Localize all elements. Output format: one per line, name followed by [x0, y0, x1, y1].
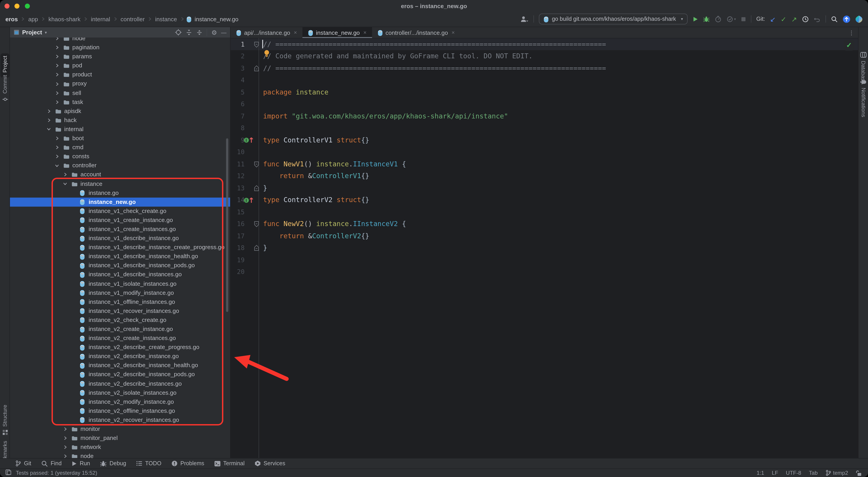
chevron-right-icon[interactable] — [62, 445, 68, 450]
tree-folder-account[interactable]: account — [10, 170, 230, 179]
expand-all-button[interactable] — [186, 29, 192, 35]
chevron-right-icon[interactable] — [54, 72, 60, 77]
collapse-all-button[interactable] — [196, 29, 203, 35]
tree-folder-params[interactable]: params — [10, 52, 230, 61]
status-encoding[interactable]: UTF-8 — [786, 470, 801, 476]
close-icon[interactable]: × — [364, 29, 367, 36]
project-scrollbar-thumb[interactable] — [226, 138, 228, 312]
editor-tab-api/.../instance.go[interactable]: api/.../instance.go× — [230, 27, 303, 38]
close-icon[interactable]: × — [452, 29, 455, 36]
history-icon[interactable] — [802, 16, 809, 22]
hide-panel-icon[interactable]: — — [221, 29, 226, 35]
intention-bulb-icon[interactable] — [264, 48, 270, 60]
tree-file-instance_v2_describe_create_progress.go[interactable]: instance_v2_describe_create_progress.go — [10, 343, 230, 352]
toolwindow-button-run[interactable]: Run — [72, 460, 90, 467]
chevron-right-icon[interactable] — [54, 82, 60, 86]
tree-folder-consts[interactable]: consts — [10, 152, 230, 161]
code-line-18[interactable]: 18} — [230, 242, 858, 254]
tree-folder-network[interactable]: network — [10, 443, 230, 452]
profiler-button-icon[interactable] — [715, 16, 721, 22]
tree-folder-instance[interactable]: instance — [10, 179, 230, 188]
code-line-19[interactable]: 19 — [230, 254, 858, 266]
stripe-button-project[interactable]: Project — [2, 56, 8, 76]
chevron-down-icon[interactable] — [62, 182, 68, 186]
chevron-right-icon[interactable] — [62, 427, 68, 431]
status-message[interactable]: Tests passed: 1 (yesterday 15:52) — [16, 470, 97, 476]
fold-region-start-icon[interactable] — [254, 158, 259, 170]
tree-folder-hack[interactable]: hack — [10, 116, 230, 125]
tree-file-instance_v2_isolate_instances.go[interactable]: instance_v2_isolate_instances.go — [10, 388, 230, 397]
code-line-12[interactable]: 12 return &ControllerV1{} — [230, 170, 858, 182]
toolwindow-button-debug[interactable]: Debug — [100, 460, 126, 467]
status-line-ending[interactable]: LF — [772, 470, 778, 476]
tree-file-instance.go[interactable]: instance.go — [10, 188, 230, 197]
toolwindow-button-services[interactable]: Services — [254, 460, 285, 467]
inspection-status-widget[interactable]: ✓ — [844, 40, 855, 51]
status-caret-position[interactable]: 1:1 — [756, 470, 764, 476]
stop-button-icon[interactable] — [741, 17, 746, 22]
update-available-icon[interactable] — [843, 15, 850, 23]
code-line-13[interactable]: 13} — [230, 182, 858, 194]
toolwindow-button-find[interactable]: Find — [41, 460, 62, 467]
code-line-2[interactable]: 2// Code generated and maintained by GoF… — [230, 51, 858, 62]
tree-file-instance_v1_check_create.go[interactable]: instance_v1_check_create.go — [10, 207, 230, 216]
stripe-button-structure[interactable]: Structure — [2, 405, 8, 435]
code-line-5[interactable]: 5package instance — [230, 86, 858, 98]
search-everywhere-icon[interactable] — [831, 16, 838, 22]
code-line-16[interactable]: 16func NewV2() instance.IInstanceV2 { — [230, 218, 858, 230]
code-line-20[interactable]: 20 — [230, 266, 858, 278]
code-line-11[interactable]: 11func NewV1() instance.IInstanceV1 { — [230, 158, 858, 170]
chevron-right-icon[interactable] — [54, 136, 60, 141]
chevron-right-icon[interactable] — [54, 145, 60, 150]
tree-folder-internal[interactable]: internal — [10, 125, 230, 134]
toolwindow-button-git[interactable]: Git — [16, 460, 31, 467]
tree-file-instance_v2_modify_instance.go[interactable]: instance_v2_modify_instance.go — [10, 397, 230, 407]
tree-file-instance_v1_create_instance.go[interactable]: instance_v1_create_instance.go — [10, 216, 230, 225]
toolwindow-button-todo[interactable]: TODO — [136, 460, 161, 467]
chevron-right-icon[interactable] — [54, 45, 60, 50]
breadcrumb-item[interactable]: app — [27, 16, 39, 22]
chevron-down-icon[interactable] — [54, 164, 60, 168]
tree-file-instance_new.go[interactable]: instance_new.go — [10, 197, 230, 206]
ai-assistant-icon[interactable] — [855, 15, 863, 23]
fold-region-start-icon[interactable] — [254, 38, 259, 51]
chevron-right-icon[interactable] — [54, 37, 60, 41]
code-line-10[interactable]: 10 — [230, 146, 858, 158]
tree-file-instance_v1_describe_instance_pods.go[interactable]: instance_v1_describe_instance_pods.go — [10, 261, 230, 270]
tree-file-instance_v1_isolate_instances.go[interactable]: instance_v1_isolate_instances.go — [10, 279, 230, 288]
tree-folder-pod[interactable]: pod — [10, 61, 230, 70]
editor-tab-instance_new.go[interactable]: instance_new.go× — [303, 27, 372, 38]
breadcrumb-item[interactable]: eros — [4, 16, 19, 22]
breadcrumb-item[interactable]: instance_new.go — [193, 16, 240, 22]
fold-region-start-icon[interactable] — [254, 218, 259, 230]
code-line-7[interactable]: 7import "git.woa.com/khaos/eros/app/khao… — [230, 110, 858, 122]
tab-options-kebab-icon[interactable]: ⋮ — [848, 27, 855, 38]
chevron-right-icon[interactable] — [62, 454, 68, 458]
tree-folder-monitor_panel[interactable]: monitor_panel — [10, 434, 230, 443]
chevron-right-icon[interactable] — [46, 118, 52, 122]
tree-folder-monitor[interactable]: monitor — [10, 424, 230, 434]
chevron-right-icon[interactable] — [54, 54, 60, 59]
tree-folder-cmd[interactable]: cmd — [10, 143, 230, 152]
breadcrumb-item[interactable]: internal — [90, 16, 112, 22]
tree-file-instance_v1_recover_instances.go[interactable]: instance_v1_recover_instances.go — [10, 306, 230, 316]
tree-folder-apisdk[interactable]: apisdk — [10, 107, 230, 116]
tree-file-instance_v2_describe_instance_pods.go[interactable]: instance_v2_describe_instance_pods.go — [10, 370, 230, 379]
tree-file-instance_v2_create_instance.go[interactable]: instance_v2_create_instance.go — [10, 325, 230, 334]
stripe-button-commit[interactable]: Commit — [2, 75, 8, 102]
code-editor[interactable]: 1// ====================================… — [230, 38, 858, 458]
project-panel-title[interactable]: Project — [22, 29, 42, 36]
toolwindow-button-terminal[interactable]: Terminal — [214, 460, 245, 467]
implemented-marker-icon[interactable]: I — [243, 194, 254, 206]
code-line-15[interactable]: 15 — [230, 206, 858, 218]
run-button-icon[interactable] — [692, 16, 698, 22]
tree-folder-boot[interactable]: boot — [10, 134, 230, 143]
tree-folder-sell[interactable]: sell — [10, 88, 230, 97]
gear-settings-icon[interactable]: ⚙ — [211, 29, 217, 36]
chevron-down-icon[interactable]: ▾ — [45, 30, 47, 35]
tree-file-instance_v2_create_instances.go[interactable]: instance_v2_create_instances.go — [10, 334, 230, 343]
fold-region-end-icon[interactable] — [254, 242, 259, 254]
chevron-right-icon[interactable] — [54, 91, 60, 95]
tree-folder-controller[interactable]: controller — [10, 161, 230, 170]
status-indent-style[interactable]: Tab — [809, 470, 818, 476]
